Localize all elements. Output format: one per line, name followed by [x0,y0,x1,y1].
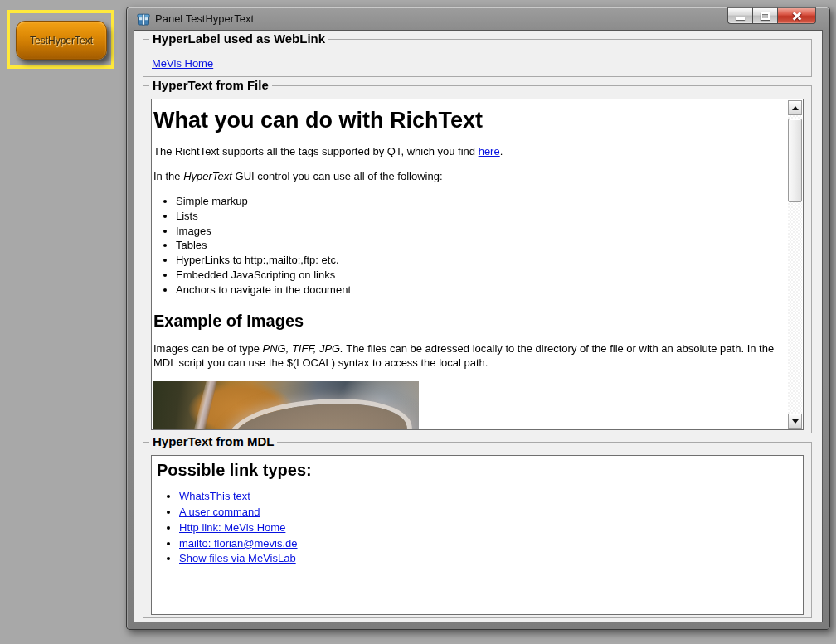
scrollbar-thumb[interactable] [788,119,802,202]
panel-window-icon [137,12,150,26]
link-list-item: mailto: florian@mevis.de [179,537,798,550]
doc-heading-1: What you can do with RichText [153,108,786,133]
hyperlink[interactable]: WhatsThis text [179,490,250,502]
mevis-home-link[interactable]: MeVis Home [152,57,213,70]
doc-heading-2: Example of Images [153,312,786,331]
here-link[interactable]: here [479,145,500,157]
feature-list-item: Tables [176,239,786,252]
module-node-testhypertext[interactable]: TestHyperText [7,10,114,69]
hyperlink[interactable]: Show files via MeVisLab [179,552,296,564]
panel-window: Panel TestHyperText HyperLabel used as W… [126,7,830,630]
doc-paragraph-1: The RichtText supports all the tags supp… [153,145,786,159]
hyperlink[interactable]: A user command [179,506,260,518]
window-titlebar[interactable]: Panel TestHyperText [127,7,829,30]
photo-frost-speckle [153,381,419,430]
doc-feature-list: Simple markupListsImagesTablesHyperLinks… [176,195,786,297]
feature-list-item: Embedded JavaScripting on links [176,269,786,282]
hyperlink[interactable]: Http link: MeVis Home [179,521,285,534]
panel-client-area: HyperLabel used as WebLink MeVis Home Hy… [134,30,823,622]
feature-list-item: Images [176,225,786,238]
hyperlink[interactable]: mailto: florian@mevis.de [179,537,298,550]
groupbox-hypertext-mdl-title: HyperText from MDL [149,434,277,448]
link-list-item: Http link: MeVis Home [179,521,798,535]
feature-list-item: Lists [176,210,786,223]
weblink-body: MeVis Home [152,57,213,70]
minimize-button[interactable] [727,7,752,24]
groupbox-weblink: HyperLabel used as WebLink MeVis Home [143,39,812,77]
close-button[interactable] [777,7,816,24]
mdl-heading: Possible link types: [157,461,798,480]
mdl-richtext-viewer: Possible link types: WhatsThis textA use… [151,455,804,615]
scroll-up-button[interactable] [788,100,802,115]
scroll-down-icon [792,419,799,424]
link-list-item: Show files via MeVisLab [179,552,798,565]
frosty-leaves-photo [153,381,419,430]
module-button-label: TestHyperText [30,35,93,46]
doc-paragraph-2: In the HyperText GUI control you can use… [153,170,786,184]
feature-list-item: Anchors to navigate in the document [176,283,786,297]
groupbox-hypertext-file: HyperText from File What you can do with… [143,85,812,433]
groupbox-hypertext-mdl: HyperText from MDL Possible link types: … [143,442,812,618]
feature-list-item: Simple markup [176,195,786,208]
module-button[interactable]: TestHyperText [16,21,107,60]
window-title: Panel TestHyperText [155,12,254,25]
maximize-button[interactable] [752,7,777,24]
desktop: { "module_node": { "label": "TestHyperTe… [0,0,836,644]
link-list-item: A user command [179,506,798,519]
feature-list-item: HyperLinks to http:,mailto:,ftp: etc. [176,254,786,267]
richtext-content: What you can do with RichText The RichtT… [152,99,788,430]
scroll-up-icon [792,106,799,110]
scroll-down-button[interactable] [788,414,802,429]
vertical-scrollbar[interactable] [788,100,802,429]
minimize-icon [736,17,745,20]
maximize-icon [761,12,770,20]
close-icon [792,12,802,21]
richtext-viewer: What you can do with RichText The RichtT… [151,99,804,430]
doc-paragraph-3: Images can be of type PNG, TIFF, JPG. Th… [153,342,786,370]
groupbox-weblink-title: HyperLabel used as WebLink [149,31,328,46]
mdl-link-list: WhatsThis textA user commandHttp link: M… [179,490,798,565]
groupbox-hypertext-file-title: HyperText from File [149,78,272,92]
window-controls [727,7,816,24]
link-list-item: WhatsThis text [179,490,798,503]
